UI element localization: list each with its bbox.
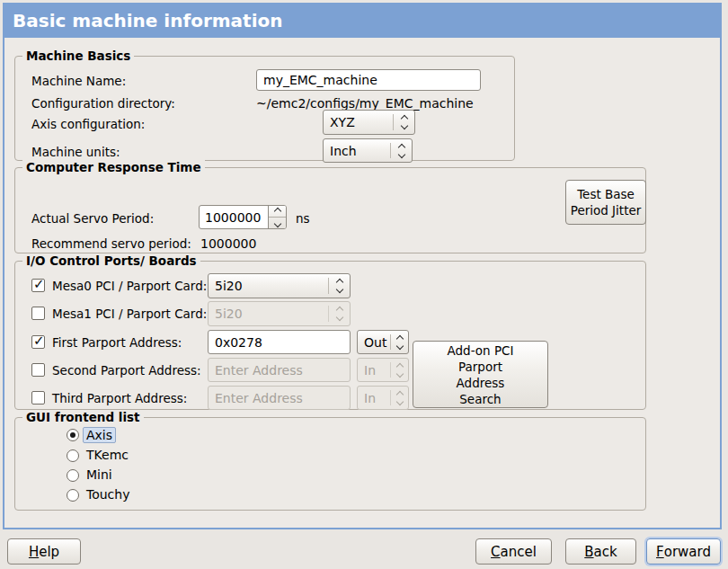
group-io-ports: I/O Control Ports/ Boards Mesa0 PCI / Pa…: [14, 261, 646, 410]
mesa1-checkbox[interactable]: [31, 307, 45, 320]
group-response-time-title: Computer Response Time: [22, 160, 205, 174]
radio-touchy-label[interactable]: Touchy: [86, 487, 129, 502]
third-parport-checkbox[interactable]: [31, 391, 45, 405]
mesa1-label: Mesa1 PCI / Parport Card:: [52, 307, 207, 321]
servo-period-value: 1000000: [200, 206, 268, 228]
cancel-button[interactable]: Cancel: [475, 538, 552, 565]
group-gui-frontend-title: GUI frontend list: [22, 410, 144, 424]
machine-name-label: Machine Name:: [31, 74, 126, 88]
machine-units-select[interactable]: Inch: [323, 138, 413, 163]
third-parport-direction-select[interactable]: In: [357, 386, 409, 410]
second-parport-direction-select[interactable]: In: [357, 358, 409, 382]
chevron-up-down-icon: [329, 302, 350, 325]
title-bar: Basic machine information: [3, 3, 722, 38]
recommend-period-value: 1000000: [200, 236, 256, 251]
addon-pci-parport-search-button[interactable]: Add-on PCI Parport Address Search: [413, 341, 548, 408]
first-parport-checkbox[interactable]: [31, 335, 45, 349]
spin-down-button[interactable]: [269, 217, 286, 228]
page-title: Basic machine information: [13, 10, 283, 31]
axis-config-selected-value: XYZ: [324, 111, 393, 134]
chevron-up-down-icon: [391, 331, 408, 353]
recommend-period-label: Recommend servo period:: [31, 236, 191, 251]
group-machine-basics-title: Machine Basics: [22, 49, 134, 63]
chevron-up-icon: [273, 207, 280, 214]
machine-name-input[interactable]: [256, 69, 481, 91]
radio-tkemc[interactable]: [67, 449, 79, 462]
chevron-up-down-icon: [391, 359, 408, 381]
servo-period-label: Actual Servo Period:: [31, 211, 154, 226]
chevron-up-down-icon: [391, 139, 412, 162]
group-io-ports-title: I/O Control Ports/ Boards: [22, 253, 200, 268]
third-parport-label: Third Parport Address:: [52, 391, 187, 405]
config-dir-value: ~/emc2/configs/my_EMC_machine: [256, 96, 474, 111]
back-button[interactable]: Back: [565, 538, 636, 565]
first-parport-label: First Parport Address:: [52, 335, 182, 350]
axis-config-select[interactable]: XYZ: [323, 110, 415, 135]
group-machine-basics: Machine Basics Machine Name: Configurati…: [14, 56, 515, 161]
chevron-up-down-icon: [391, 387, 408, 409]
group-gui-frontend: GUI frontend list Axis TKemc Mini Touchy: [14, 417, 646, 511]
machine-units-label: Machine units:: [31, 145, 120, 159]
first-parport-direction-select[interactable]: Out: [357, 330, 409, 354]
mesa0-card-select[interactable]: 5i20: [208, 273, 351, 298]
axis-config-label: Axis configuration:: [31, 117, 145, 131]
radio-mini-label[interactable]: Mini: [86, 467, 112, 482]
radio-touchy[interactable]: [67, 489, 79, 502]
chevron-up-down-icon: [394, 111, 414, 134]
radio-tkemc-label[interactable]: TKemc: [86, 448, 129, 462]
second-parport-label: Second Parport Address:: [52, 363, 201, 378]
second-parport-checkbox[interactable]: [31, 363, 45, 377]
mesa1-card-select[interactable]: 5i20: [208, 301, 351, 326]
chevron-down-icon: [273, 219, 280, 227]
radio-axis[interactable]: [67, 429, 79, 441]
radio-mini[interactable]: [67, 469, 79, 482]
forward-button[interactable]: Forward: [646, 538, 721, 565]
help-button[interactable]: Help: [7, 538, 81, 565]
third-parport-address-input[interactable]: [208, 386, 351, 410]
mesa0-checkbox[interactable]: [31, 279, 45, 292]
group-response-time: Computer Response Time Test Base Period …: [14, 167, 646, 253]
servo-period-spinbox[interactable]: 1000000: [199, 205, 287, 229]
mesa0-label: Mesa0 PCI / Parport Card:: [52, 279, 207, 293]
chevron-up-down-icon: [329, 274, 350, 298]
spin-up-button[interactable]: [269, 206, 286, 217]
servo-period-unit: ns: [296, 211, 310, 226]
radio-axis-label[interactable]: Axis: [83, 427, 116, 443]
config-dir-label: Configuration directory:: [31, 96, 175, 111]
test-base-period-jitter-button[interactable]: Test Base Period Jitter: [565, 180, 646, 225]
second-parport-address-input[interactable]: [208, 358, 351, 382]
machine-units-selected-value: Inch: [324, 139, 390, 162]
first-parport-address-input[interactable]: [208, 330, 351, 354]
